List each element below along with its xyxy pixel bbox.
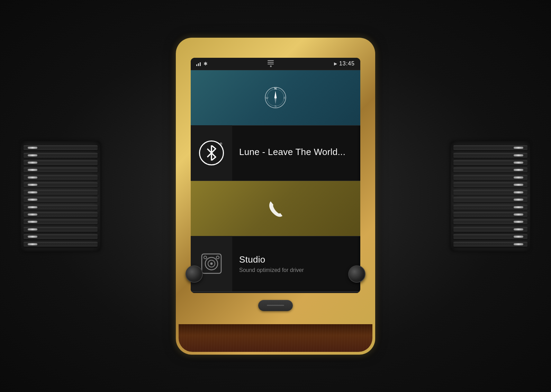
- vent-slat: [24, 145, 98, 150]
- hamburger-line: [268, 62, 274, 63]
- status-left: ✱: [196, 61, 208, 66]
- vent-slat: [24, 197, 98, 202]
- signal-bar-2: [198, 63, 199, 66]
- vent-slat: [24, 190, 98, 195]
- right-vent: [451, 141, 530, 252]
- svg-point-12: [210, 263, 213, 265]
- sound-item-text: Studio Sound optimized for driver: [232, 254, 360, 273]
- left-control-knob[interactable]: [186, 265, 203, 283]
- vent-slat: [453, 234, 527, 239]
- vent-slat: [24, 205, 98, 210]
- vent-slat: [24, 227, 98, 232]
- signal-bar-3: [200, 62, 201, 66]
- bluetooth-symbol-icon: [205, 145, 218, 161]
- status-center: [268, 60, 274, 67]
- speaker-icon: [199, 251, 224, 276]
- sound-title: Studio: [239, 254, 353, 265]
- registered-mark: ®: [220, 142, 222, 146]
- center-display-bezel: ✱ ▶ 13:45: [179, 40, 372, 352]
- svg-text:E: E: [283, 96, 286, 100]
- status-right: ▶ 13:45: [334, 61, 355, 67]
- vent-slat: [24, 167, 98, 172]
- music-menu-item[interactable]: ® Lune - Leave The World...: [191, 126, 360, 181]
- infotainment-screen[interactable]: ✱ ▶ 13:45: [191, 58, 360, 293]
- navigation-icon-bg: N S E W: [191, 70, 360, 125]
- vent-slat: [453, 160, 527, 165]
- music-item-text: Lune - Leave The World...: [232, 147, 360, 159]
- vent-slat: [24, 175, 98, 180]
- bluetooth-icon-bg: ®: [191, 125, 232, 181]
- play-icon: ▶: [334, 61, 337, 66]
- vent-slat: [453, 153, 527, 158]
- bluetooth-status-icon: ✱: [204, 61, 208, 66]
- dashboard-background: ✱ ▶ 13:45: [0, 0, 551, 392]
- svg-text:W: W: [265, 96, 269, 100]
- navigation-menu-item[interactable]: N S E W Ånäsvägen Curren: [191, 70, 360, 126]
- svg-text:N: N: [274, 87, 277, 90]
- hamburger-line: [268, 64, 274, 64]
- home-button[interactable]: [258, 300, 293, 311]
- signal-bar-1: [196, 64, 197, 66]
- signal-strength-icon: [196, 61, 201, 66]
- hamburger-line: [268, 60, 274, 61]
- vent-slat: [24, 242, 98, 247]
- vent-slat: [24, 182, 98, 187]
- music-title: Lune - Leave The World...: [239, 147, 353, 157]
- sound-icon-bg: [191, 236, 232, 291]
- svg-point-8: [274, 97, 276, 98]
- phone-icon: [266, 199, 285, 218]
- main-menu-list: N S E W Ånäsvägen Curren: [191, 70, 360, 292]
- clock-display: 13:45: [339, 61, 355, 67]
- vent-slat: [24, 153, 98, 158]
- home-button-indicator: [267, 305, 284, 306]
- phone-menu-item[interactable]: Daniel's Phone Telenor: [191, 181, 360, 236]
- sound-menu-item[interactable]: Studio Sound optimized for driver: [191, 236, 360, 292]
- vent-slat: [453, 219, 527, 224]
- sound-subtitle: Sound optimized for driver: [239, 267, 353, 273]
- menu-icon[interactable]: [268, 60, 274, 64]
- vent-slat: [453, 182, 527, 187]
- left-vent: [21, 141, 100, 252]
- wood-trim: [179, 324, 372, 352]
- svg-text:S: S: [274, 104, 277, 108]
- vent-slat: [453, 167, 527, 172]
- climate-control-bar[interactable]: 22 °C AUTO: [191, 292, 360, 293]
- svg-point-14: [216, 256, 219, 259]
- bluetooth-circle: ®: [199, 140, 224, 165]
- vent-slat: [24, 160, 98, 165]
- vent-slat: [24, 212, 98, 217]
- phone-icon-bg: [191, 181, 360, 236]
- status-dot: [270, 65, 272, 67]
- vent-slat: [453, 205, 527, 210]
- status-bar: ✱ ▶ 13:45: [191, 58, 360, 70]
- compass-icon: N S E W: [263, 85, 288, 110]
- vent-slat: [453, 190, 527, 195]
- right-control-knob[interactable]: [348, 265, 365, 283]
- vent-slat: [453, 212, 527, 217]
- svg-point-13: [204, 256, 207, 259]
- vent-slat: [453, 242, 527, 247]
- vent-slat: [24, 219, 98, 224]
- vent-slat: [453, 227, 527, 232]
- vent-slat: [453, 145, 527, 150]
- vent-slat: [453, 175, 527, 180]
- vent-slat: [453, 197, 527, 202]
- vent-slat: [24, 234, 98, 239]
